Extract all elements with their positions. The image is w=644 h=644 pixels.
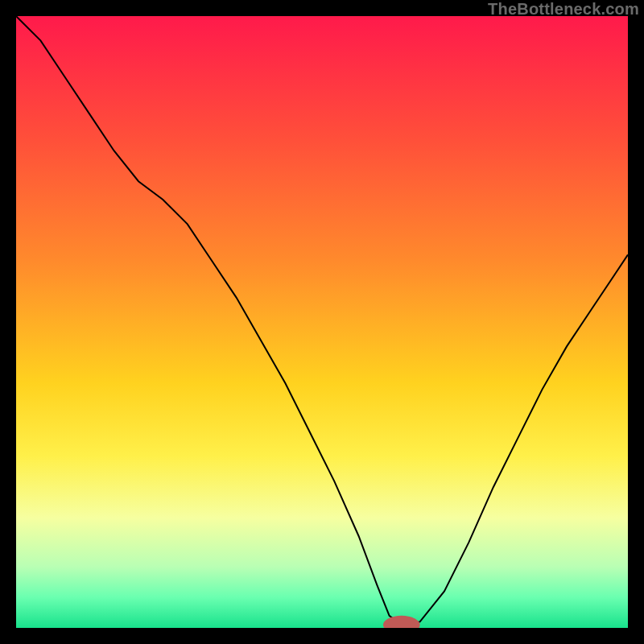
chart-background [16, 16, 628, 628]
bottleneck-chart [16, 16, 628, 628]
chart-frame: TheBottleneck.com [0, 0, 644, 644]
watermark-text: TheBottleneck.com [488, 0, 639, 19]
